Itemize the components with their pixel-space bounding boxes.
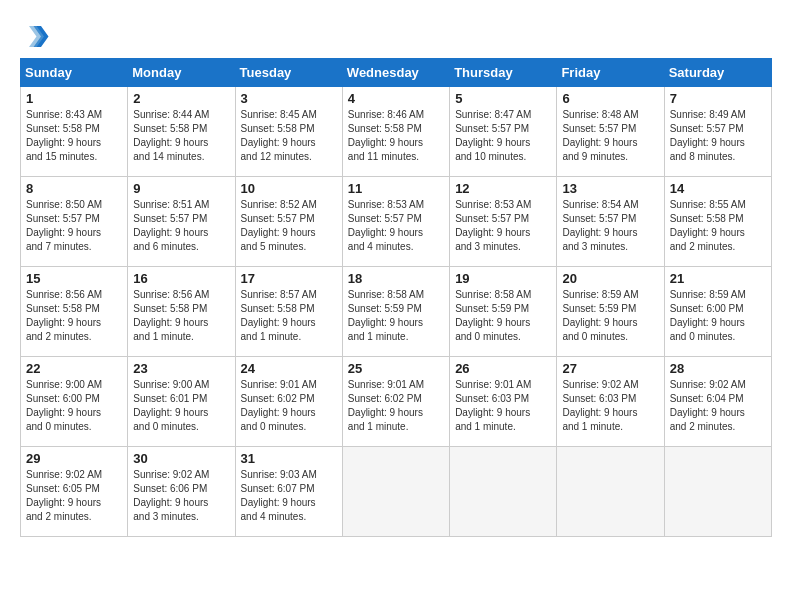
- cell-details: Sunrise: 8:54 AMSunset: 5:57 PMDaylight:…: [562, 198, 658, 254]
- cell-details: Sunrise: 8:55 AMSunset: 5:58 PMDaylight:…: [670, 198, 766, 254]
- day-header-monday: Monday: [128, 59, 235, 87]
- cell-details: Sunrise: 8:56 AMSunset: 5:58 PMDaylight:…: [133, 288, 229, 344]
- day-number: 21: [670, 271, 766, 286]
- day-header-thursday: Thursday: [450, 59, 557, 87]
- cell-details: Sunrise: 9:02 AMSunset: 6:05 PMDaylight:…: [26, 468, 122, 524]
- day-number: 16: [133, 271, 229, 286]
- calendar-week-1: 1Sunrise: 8:43 AMSunset: 5:58 PMDaylight…: [21, 87, 772, 177]
- cell-details: Sunrise: 9:00 AMSunset: 6:00 PMDaylight:…: [26, 378, 122, 434]
- day-number: 22: [26, 361, 122, 376]
- day-number: 30: [133, 451, 229, 466]
- cell-details: Sunrise: 8:49 AMSunset: 5:57 PMDaylight:…: [670, 108, 766, 164]
- calendar-cell: 6Sunrise: 8:48 AMSunset: 5:57 PMDaylight…: [557, 87, 664, 177]
- calendar-cell: 19Sunrise: 8:58 AMSunset: 5:59 PMDayligh…: [450, 267, 557, 357]
- calendar-cell: 5Sunrise: 8:47 AMSunset: 5:57 PMDaylight…: [450, 87, 557, 177]
- cell-details: Sunrise: 8:43 AMSunset: 5:58 PMDaylight:…: [26, 108, 122, 164]
- day-number: 11: [348, 181, 444, 196]
- day-header-saturday: Saturday: [664, 59, 771, 87]
- cell-details: Sunrise: 8:48 AMSunset: 5:57 PMDaylight:…: [562, 108, 658, 164]
- calendar-cell: [450, 447, 557, 537]
- day-number: 26: [455, 361, 551, 376]
- cell-details: Sunrise: 9:01 AMSunset: 6:02 PMDaylight:…: [241, 378, 337, 434]
- day-header-tuesday: Tuesday: [235, 59, 342, 87]
- calendar-cell: 29Sunrise: 9:02 AMSunset: 6:05 PMDayligh…: [21, 447, 128, 537]
- cell-details: Sunrise: 8:57 AMSunset: 5:58 PMDaylight:…: [241, 288, 337, 344]
- calendar-cell: 21Sunrise: 8:59 AMSunset: 6:00 PMDayligh…: [664, 267, 771, 357]
- calendar-cell: 18Sunrise: 8:58 AMSunset: 5:59 PMDayligh…: [342, 267, 449, 357]
- calendar-cell: 15Sunrise: 8:56 AMSunset: 5:58 PMDayligh…: [21, 267, 128, 357]
- day-number: 31: [241, 451, 337, 466]
- cell-details: Sunrise: 8:53 AMSunset: 5:57 PMDaylight:…: [455, 198, 551, 254]
- cell-details: Sunrise: 8:53 AMSunset: 5:57 PMDaylight:…: [348, 198, 444, 254]
- day-number: 23: [133, 361, 229, 376]
- calendar-week-4: 22Sunrise: 9:00 AMSunset: 6:00 PMDayligh…: [21, 357, 772, 447]
- cell-details: Sunrise: 9:02 AMSunset: 6:04 PMDaylight:…: [670, 378, 766, 434]
- cell-details: Sunrise: 8:44 AMSunset: 5:58 PMDaylight:…: [133, 108, 229, 164]
- day-number: 12: [455, 181, 551, 196]
- cell-details: Sunrise: 8:51 AMSunset: 5:57 PMDaylight:…: [133, 198, 229, 254]
- logo: [20, 20, 54, 50]
- day-number: 28: [670, 361, 766, 376]
- cell-details: Sunrise: 8:59 AMSunset: 6:00 PMDaylight:…: [670, 288, 766, 344]
- logo-icon: [20, 20, 50, 50]
- cell-details: Sunrise: 9:00 AMSunset: 6:01 PMDaylight:…: [133, 378, 229, 434]
- cell-details: Sunrise: 8:50 AMSunset: 5:57 PMDaylight:…: [26, 198, 122, 254]
- day-number: 15: [26, 271, 122, 286]
- calendar-header: SundayMondayTuesdayWednesdayThursdayFrid…: [21, 59, 772, 87]
- cell-details: Sunrise: 9:02 AMSunset: 6:06 PMDaylight:…: [133, 468, 229, 524]
- day-number: 13: [562, 181, 658, 196]
- calendar-cell: 24Sunrise: 9:01 AMSunset: 6:02 PMDayligh…: [235, 357, 342, 447]
- day-number: 3: [241, 91, 337, 106]
- calendar-cell: 27Sunrise: 9:02 AMSunset: 6:03 PMDayligh…: [557, 357, 664, 447]
- calendar-cell: 4Sunrise: 8:46 AMSunset: 5:58 PMDaylight…: [342, 87, 449, 177]
- day-number: 19: [455, 271, 551, 286]
- day-number: 29: [26, 451, 122, 466]
- calendar-cell: 3Sunrise: 8:45 AMSunset: 5:58 PMDaylight…: [235, 87, 342, 177]
- day-number: 9: [133, 181, 229, 196]
- day-number: 5: [455, 91, 551, 106]
- day-number: 7: [670, 91, 766, 106]
- calendar-cell: 13Sunrise: 8:54 AMSunset: 5:57 PMDayligh…: [557, 177, 664, 267]
- calendar-cell: 26Sunrise: 9:01 AMSunset: 6:03 PMDayligh…: [450, 357, 557, 447]
- calendar-cell: 12Sunrise: 8:53 AMSunset: 5:57 PMDayligh…: [450, 177, 557, 267]
- calendar-cell: [664, 447, 771, 537]
- day-number: 20: [562, 271, 658, 286]
- calendar-cell: 1Sunrise: 8:43 AMSunset: 5:58 PMDaylight…: [21, 87, 128, 177]
- cell-details: Sunrise: 9:01 AMSunset: 6:02 PMDaylight:…: [348, 378, 444, 434]
- cell-details: Sunrise: 9:01 AMSunset: 6:03 PMDaylight:…: [455, 378, 551, 434]
- cell-details: Sunrise: 9:02 AMSunset: 6:03 PMDaylight:…: [562, 378, 658, 434]
- day-number: 24: [241, 361, 337, 376]
- cell-details: Sunrise: 9:03 AMSunset: 6:07 PMDaylight:…: [241, 468, 337, 524]
- calendar-cell: [342, 447, 449, 537]
- calendar-cell: [557, 447, 664, 537]
- day-number: 18: [348, 271, 444, 286]
- cell-details: Sunrise: 8:46 AMSunset: 5:58 PMDaylight:…: [348, 108, 444, 164]
- page-header: [20, 20, 772, 50]
- calendar-cell: 23Sunrise: 9:00 AMSunset: 6:01 PMDayligh…: [128, 357, 235, 447]
- calendar-cell: 9Sunrise: 8:51 AMSunset: 5:57 PMDaylight…: [128, 177, 235, 267]
- cell-details: Sunrise: 8:59 AMSunset: 5:59 PMDaylight:…: [562, 288, 658, 344]
- day-header-wednesday: Wednesday: [342, 59, 449, 87]
- day-number: 17: [241, 271, 337, 286]
- calendar-cell: 25Sunrise: 9:01 AMSunset: 6:02 PMDayligh…: [342, 357, 449, 447]
- day-number: 10: [241, 181, 337, 196]
- calendar-cell: 20Sunrise: 8:59 AMSunset: 5:59 PMDayligh…: [557, 267, 664, 357]
- day-number: 14: [670, 181, 766, 196]
- calendar-cell: 16Sunrise: 8:56 AMSunset: 5:58 PMDayligh…: [128, 267, 235, 357]
- calendar-table: SundayMondayTuesdayWednesdayThursdayFrid…: [20, 58, 772, 537]
- calendar-cell: 31Sunrise: 9:03 AMSunset: 6:07 PMDayligh…: [235, 447, 342, 537]
- day-header-friday: Friday: [557, 59, 664, 87]
- cell-details: Sunrise: 8:58 AMSunset: 5:59 PMDaylight:…: [348, 288, 444, 344]
- cell-details: Sunrise: 8:45 AMSunset: 5:58 PMDaylight:…: [241, 108, 337, 164]
- cell-details: Sunrise: 8:56 AMSunset: 5:58 PMDaylight:…: [26, 288, 122, 344]
- calendar-week-3: 15Sunrise: 8:56 AMSunset: 5:58 PMDayligh…: [21, 267, 772, 357]
- cell-details: Sunrise: 8:52 AMSunset: 5:57 PMDaylight:…: [241, 198, 337, 254]
- day-number: 8: [26, 181, 122, 196]
- calendar-cell: 8Sunrise: 8:50 AMSunset: 5:57 PMDaylight…: [21, 177, 128, 267]
- day-number: 25: [348, 361, 444, 376]
- calendar-cell: 14Sunrise: 8:55 AMSunset: 5:58 PMDayligh…: [664, 177, 771, 267]
- calendar-cell: 30Sunrise: 9:02 AMSunset: 6:06 PMDayligh…: [128, 447, 235, 537]
- calendar-cell: 22Sunrise: 9:00 AMSunset: 6:00 PMDayligh…: [21, 357, 128, 447]
- calendar-cell: 17Sunrise: 8:57 AMSunset: 5:58 PMDayligh…: [235, 267, 342, 357]
- day-header-sunday: Sunday: [21, 59, 128, 87]
